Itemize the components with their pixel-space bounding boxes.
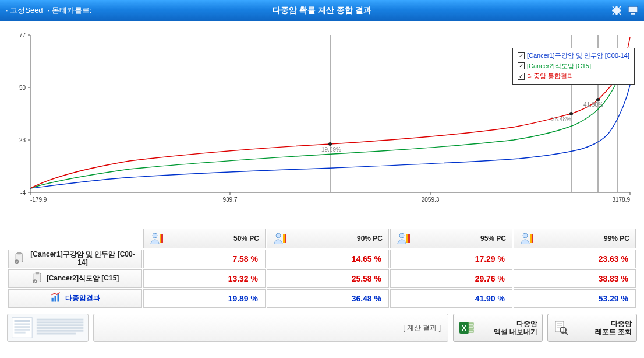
status-hint: [ 계산 결과 ] xyxy=(403,323,441,333)
svg-rect-57 xyxy=(15,329,30,331)
svg-rect-62 xyxy=(37,327,84,329)
svg-rect-33 xyxy=(160,234,161,243)
svg-text:3178.9: 3178.9 xyxy=(612,196,630,203)
row-head-cancer2: [Cancer2]식도암 [C15] xyxy=(8,269,142,288)
legend-check-1[interactable]: ✓ xyxy=(518,52,525,59)
svg-rect-40 xyxy=(408,234,410,243)
svg-rect-45 xyxy=(17,252,22,254)
cell-r1c4: 23.63 % xyxy=(514,250,636,268)
cell-r2c2: 25.58 % xyxy=(267,269,389,288)
svg-rect-63 xyxy=(37,330,84,332)
svg-text:-4: -4 xyxy=(20,189,26,196)
svg-text:50: 50 xyxy=(19,85,26,91)
svg-rect-68 xyxy=(469,327,473,329)
result-table: 50% PC 90% PC 95% PC xyxy=(7,227,637,309)
svg-point-41 xyxy=(523,233,528,238)
svg-rect-67 xyxy=(469,323,473,325)
svg-text:939.7: 939.7 xyxy=(222,196,237,203)
svg-line-75 xyxy=(565,332,568,335)
table-row: [Cancer1]구강암 및 인두암 [C00-14] 7.58 % 14.65… xyxy=(8,250,636,268)
legend: ✓ [Cancer1]구강암 및 인두암 [C00-14] ✓ [Cancer2… xyxy=(512,48,635,85)
status-bar: [ 계산 결과 ] xyxy=(93,314,448,342)
svg-text:41.90%: 41.90% xyxy=(583,101,603,108)
clipboard-icon xyxy=(13,252,25,266)
svg-rect-64 xyxy=(37,333,76,335)
col-head-99: 99% PC xyxy=(514,229,636,248)
person-icon xyxy=(520,231,534,245)
svg-text:77: 77 xyxy=(19,32,26,38)
svg-point-32 xyxy=(153,233,157,238)
header-mc-label: 몬테카를로: xyxy=(48,5,92,16)
svg-rect-48 xyxy=(35,272,39,274)
svg-point-24 xyxy=(328,142,332,146)
svg-rect-34 xyxy=(161,234,163,243)
svg-rect-55 xyxy=(15,323,30,325)
cell-r3c3: 41.90 % xyxy=(390,289,512,308)
svg-rect-52 xyxy=(58,294,59,301)
svg-rect-43 xyxy=(532,234,533,243)
legend-label-2: [Cancer2]식도암 [C15] xyxy=(527,61,591,72)
cell-r2c1: 13.32 % xyxy=(143,269,266,288)
cell-r2c3: 29.76 % xyxy=(390,269,512,288)
svg-rect-0 xyxy=(628,6,638,12)
cell-r1c2: 14.65 % xyxy=(267,250,389,268)
col-head-90: 90% PC xyxy=(267,229,389,248)
report-search-icon xyxy=(553,320,569,336)
excel-export-button[interactable]: X 다중암 엑셀 내보내기 xyxy=(453,314,543,342)
svg-point-38 xyxy=(399,233,404,238)
cell-r3c2: 36.48 % xyxy=(267,289,389,308)
legend-label-1: [Cancer1]구강암 및 인두암 [C00-14] xyxy=(527,51,629,61)
svg-rect-54 xyxy=(15,320,30,322)
svg-rect-59 xyxy=(37,319,84,321)
svg-rect-60 xyxy=(37,321,84,323)
svg-rect-69 xyxy=(469,330,473,332)
svg-text:23: 23 xyxy=(19,137,26,143)
excel-icon: X xyxy=(458,320,475,336)
cell-r3c1: 19.89 % xyxy=(143,289,266,308)
report-view-button[interactable]: 다중암 레포트 조회 xyxy=(547,314,637,342)
table-row: 다중암결과 19.89 % 36.48 % 41.90 % 53.29 % xyxy=(8,289,636,308)
svg-rect-58 xyxy=(15,332,26,334)
svg-rect-36 xyxy=(283,234,285,243)
report-thumbnail[interactable] xyxy=(7,314,89,342)
svg-text:36.48%: 36.48% xyxy=(551,116,571,122)
svg-point-35 xyxy=(276,233,281,238)
svg-rect-37 xyxy=(285,234,286,243)
svg-rect-51 xyxy=(55,296,56,302)
svg-text:X: X xyxy=(462,324,466,332)
table-row: [Cancer2]식도암 [C15] 13.32 % 25.58 % 29.76… xyxy=(8,269,636,288)
svg-rect-56 xyxy=(15,326,30,328)
svg-rect-61 xyxy=(37,324,84,326)
clipboard-icon xyxy=(31,272,43,286)
svg-rect-1 xyxy=(631,13,635,15)
cell-r3c4: 53.29 % xyxy=(514,289,636,308)
cell-r2c4: 38.83 % xyxy=(514,269,636,288)
person-icon xyxy=(150,231,164,245)
settings-icon[interactable] xyxy=(611,5,622,16)
svg-rect-70 xyxy=(555,321,564,332)
svg-text:19.89%: 19.89% xyxy=(321,146,341,153)
legend-check-2[interactable]: ✓ xyxy=(518,62,525,69)
row-head-combined: 다중암결과 xyxy=(8,289,142,308)
person-icon xyxy=(397,231,411,245)
title-bar: 고정Seed 몬테카를로: 다중암 확률 계산 종합 결과 xyxy=(0,0,644,21)
page-title: 다중암 확률 계산 종합 결과 xyxy=(0,5,644,16)
svg-rect-50 xyxy=(52,298,54,302)
svg-point-26 xyxy=(569,112,573,115)
svg-text:-179.9: -179.9 xyxy=(30,196,47,203)
svg-text:2059.3: 2059.3 xyxy=(422,196,440,203)
cell-r1c1: 7.58 % xyxy=(143,250,266,268)
col-head-95: 95% PC xyxy=(390,229,512,248)
row-head-cancer1: [Cancer1]구강암 및 인두암 [C00-14] xyxy=(8,250,142,268)
bar-chart-icon xyxy=(50,292,62,306)
monitor-icon[interactable] xyxy=(628,5,638,16)
person-icon xyxy=(273,231,287,245)
svg-rect-42 xyxy=(530,234,532,243)
header-seed-label: 고정Seed xyxy=(6,5,43,16)
legend-label-3: 다중암 통합결과 xyxy=(527,71,574,82)
col-head-50: 50% PC xyxy=(143,229,266,248)
cell-r1c3: 17.29 % xyxy=(390,250,512,268)
legend-check-3[interactable]: ✓ xyxy=(518,73,525,80)
chart-area: 77 50 23 -4 -179.9 939.7 2059.3 3178.9 xyxy=(0,21,644,226)
svg-rect-39 xyxy=(406,234,408,243)
